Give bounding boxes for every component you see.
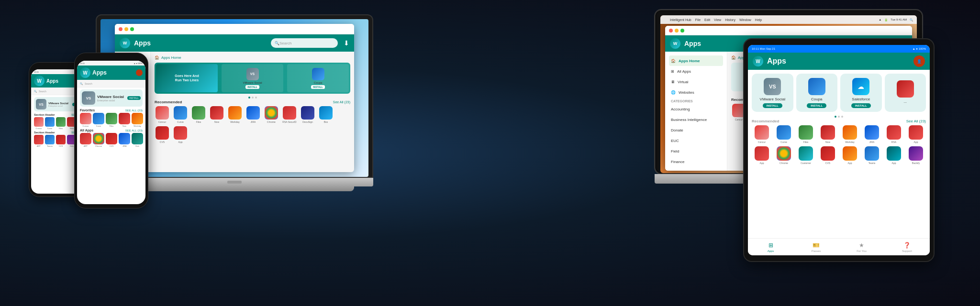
t2-app7: [887, 146, 901, 161]
t-dot-3: [841, 116, 843, 118]
table-row: Curve: [774, 125, 794, 143]
t-workday-name: Workday: [845, 141, 855, 143]
app-logo-2: W: [80, 67, 90, 78]
install-coupa[interactable]: INSTALL: [311, 85, 325, 89]
see-all-lg-2[interactable]: SEE ALL (23): [125, 129, 143, 132]
files-icon: [56, 117, 66, 127]
nav-for-you-label: For You: [857, 250, 867, 252]
breadcrumb-text: Apps Home: [161, 55, 181, 60]
mac-close[interactable]: [669, 29, 673, 33]
table-row: App: [173, 126, 188, 143]
tablet-time: 10:11 Mon Sep 21: [752, 47, 775, 50]
tablet-install-vmware[interactable]: INSTALL: [763, 103, 782, 108]
download-icon[interactable]: ⬇: [344, 39, 349, 47]
now-lg: [119, 113, 130, 124]
tablet-header: W Apps 👤: [748, 53, 930, 70]
section-row-lg: Favorites SEE ALL (23): [80, 109, 143, 112]
menu-edit[interactable]: Edit: [704, 18, 710, 22]
t-jira: [865, 125, 879, 140]
t-workday: [843, 125, 857, 140]
t2-name7: App: [892, 162, 896, 164]
table-row: Chrome: [264, 106, 279, 123]
workday-name: Workday: [227, 120, 243, 123]
nav-for-you[interactable]: ★ For You: [839, 242, 884, 252]
t-rsa: [887, 125, 901, 140]
search-menu-icon[interactable]: 🔍: [910, 18, 913, 22]
tablet-coupa-name: Coupa: [811, 97, 823, 101]
tablet-sf-icon: ☁: [852, 78, 869, 95]
sidebar-donate[interactable]: Donate: [669, 125, 723, 135]
tablet-content: VS VMware Social INSTALL Coupa INSTALL ☁…: [748, 70, 930, 238]
phone-large-search[interactable]: 🔍 Search: [77, 80, 145, 87]
app-name: Hub: [70, 145, 73, 147]
tablet-install-sf[interactable]: INSTALL: [851, 103, 871, 108]
finance-label: Finance: [671, 160, 684, 164]
t2-name5: App: [848, 162, 852, 164]
featured-app-desc: Enterprise social: [48, 105, 70, 107]
table-row: Files: [796, 125, 816, 143]
sidebar-finance[interactable]: Finance: [669, 156, 723, 167]
list-item: Curve: [93, 113, 104, 127]
t2-app3: [799, 146, 813, 161]
nav-support[interactable]: ❓ Support: [884, 242, 930, 252]
menu-help[interactable]: Help: [755, 18, 762, 22]
install-vmware[interactable]: INSTALL: [245, 85, 259, 89]
nav-apps[interactable]: ⊞ Apps: [748, 242, 793, 252]
tablet-app-grid-2: App Chrome Customer: [752, 146, 926, 164]
sidebar-accounting[interactable]: Accounting: [669, 104, 723, 114]
phone-notch: [50, 66, 69, 68]
sidebar-euc-2[interactable]: EUC: [669, 167, 723, 171]
mac-home-icon: 🏠: [731, 55, 736, 60]
workspace-logo: W: [120, 38, 130, 48]
mac-min[interactable]: [675, 29, 679, 33]
files-lg: [106, 113, 117, 124]
table-row: Workday: [227, 106, 243, 123]
mac-max[interactable]: [680, 29, 684, 33]
curve-icon: [174, 106, 187, 120]
window-titlebar: [115, 24, 354, 34]
minimize-button[interactable]: [124, 27, 128, 31]
t-now: [821, 125, 835, 140]
tablet-install-coupa[interactable]: INSTALL: [807, 103, 826, 108]
tablet-status-bar: 10:11 Mon Sep 21 ▲ ● 100%: [748, 45, 930, 53]
table-row: CVS: [818, 146, 838, 164]
tablet-second-row: App Chrome Customer: [752, 146, 926, 164]
sidebar-business-intel[interactable]: Business Intelligence: [669, 114, 723, 125]
menu-file[interactable]: File: [695, 18, 701, 22]
sidebar-apps-home[interactable]: 🏠 Apps Home: [669, 55, 723, 66]
see-all-lg[interactable]: SEE ALL (23): [125, 109, 143, 112]
sidebar-all-apps[interactable]: ⊞ All Apps: [669, 66, 723, 76]
see-all-recommended[interactable]: See All (23): [333, 100, 350, 104]
sidebar-websites[interactable]: 🌐 Websites: [669, 87, 723, 98]
tablet-bottom-nav: ⊞ Apps 🎫 Passes ★ For You ❓ Support: [748, 238, 930, 255]
t2-cvs-name: CVS: [825, 162, 830, 164]
sidebar-euc[interactable]: EUC: [669, 135, 723, 146]
vmware-label: VMware Social: [243, 81, 262, 84]
close-button[interactable]: [119, 27, 122, 31]
menu-intelligent-hub[interactable]: Intelligent Hub: [670, 18, 691, 22]
featured-app-info-2: VMware Social Enterprise social: [97, 95, 125, 102]
tablet-avatar[interactable]: 👤: [913, 55, 925, 67]
sidebar-virtual[interactable]: 🖥 Virtual: [669, 76, 723, 87]
table-row: Curve: [173, 106, 188, 123]
install-button-lg[interactable]: INSTALL: [127, 96, 141, 100]
concur-icon: [156, 106, 169, 120]
t-dot-1: [835, 116, 836, 118]
phone-app-title: Apps: [46, 78, 77, 84]
jira-icon: [246, 106, 260, 120]
sidebar-field[interactable]: Field: [669, 146, 723, 156]
laptop-search-bar[interactable]: 🔍 Search: [271, 38, 338, 48]
categories-header: Categories: [669, 98, 723, 104]
tablet-see-all[interactable]: See All (23): [906, 119, 926, 123]
vmware-icon: VS: [246, 68, 259, 80]
t2-app5: [843, 146, 857, 161]
maximize-button[interactable]: [130, 27, 134, 31]
sidebar-item-label: Apps Home: [679, 59, 700, 63]
app-icon-lg-4: [119, 133, 130, 144]
nav-passes[interactable]: 🎫 Passes: [793, 242, 839, 252]
table-row: JIRA: [862, 125, 882, 143]
menu-view[interactable]: View: [714, 18, 721, 22]
monitor-icon: 🖥: [671, 80, 675, 84]
menu-history[interactable]: History: [725, 18, 735, 22]
menu-window[interactable]: Window: [739, 18, 751, 22]
